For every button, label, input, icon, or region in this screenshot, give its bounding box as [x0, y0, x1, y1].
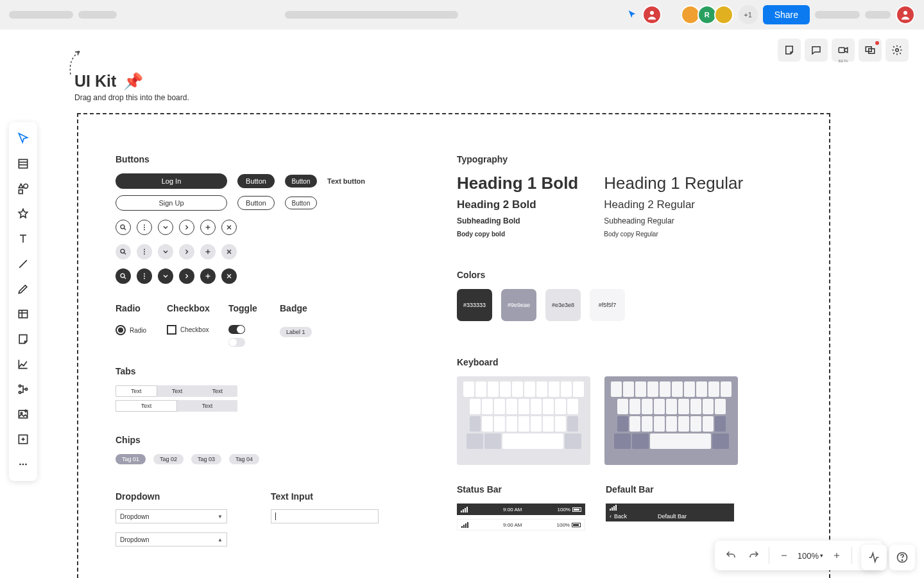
chevron-down-icon[interactable] [158, 220, 173, 235]
signal-icon [461, 522, 468, 528]
toggle-off[interactable] [228, 338, 245, 347]
close-icon[interactable] [221, 244, 237, 259]
pen-tool-icon[interactable] [12, 277, 35, 301]
button-dark-sm[interactable]: Button [285, 175, 317, 188]
zoom-in-icon[interactable] [827, 546, 846, 565]
table-tool-icon[interactable] [12, 302, 35, 326]
toggle-on[interactable] [228, 325, 245, 334]
chevron-right-icon[interactable] [179, 244, 194, 259]
placeholder [815, 11, 860, 19]
login-button[interactable]: Log In [116, 173, 227, 189]
help-icon[interactable] [889, 545, 915, 570]
status-time: 9:00 AM [503, 507, 522, 512]
video-icon[interactable]: BETA [832, 39, 855, 62]
connector-tool-icon[interactable] [12, 378, 35, 401]
share-button[interactable]: Share [763, 5, 810, 24]
template-tool-icon[interactable] [12, 152, 35, 175]
search-icon[interactable] [116, 268, 131, 284]
chip[interactable]: Tag 01 [116, 454, 146, 464]
present-icon[interactable] [859, 39, 882, 62]
close-icon[interactable] [221, 268, 237, 284]
line-tool-icon[interactable] [12, 252, 35, 276]
subheading-bold: Subheading Bold [457, 216, 578, 225]
tab[interactable]: Text [116, 400, 177, 412]
svg-point-43 [144, 254, 145, 255]
button-outline-sm[interactable]: Button [285, 197, 317, 209]
text-input[interactable] [271, 509, 379, 523]
settings-icon[interactable] [886, 39, 909, 62]
avatar-overflow[interactable]: +1 [739, 5, 758, 24]
redo-icon[interactable] [744, 546, 764, 565]
activity-icon[interactable] [861, 545, 887, 570]
placeholder [865, 11, 891, 19]
avatar[interactable] [642, 5, 662, 24]
svg-point-30 [121, 225, 124, 229]
radio-control[interactable]: Radio [116, 325, 167, 335]
comment-icon[interactable] [805, 39, 828, 62]
search-icon[interactable] [116, 244, 131, 259]
dropdown-closed[interactable]: Dropdown▼ [116, 509, 227, 523]
chip[interactable]: Tag 03 [191, 454, 221, 464]
top-bar: R +1 Share [0, 0, 924, 30]
note-icon[interactable] [778, 39, 801, 62]
color-swatch: #e3e3e8 [545, 289, 581, 321]
sticky-tool-icon[interactable] [12, 328, 35, 351]
chip[interactable]: Tag 02 [153, 454, 184, 464]
color-swatch: #9e9eae [501, 289, 536, 321]
star-tool-icon[interactable] [12, 202, 35, 225]
cursor-icon [627, 10, 637, 20]
chart-tool-icon[interactable] [12, 353, 35, 376]
more-vert-icon[interactable] [137, 220, 152, 235]
select-tool-icon[interactable] [12, 127, 35, 150]
section-title-checkbox: Checkbox [167, 303, 228, 313]
zoom-value[interactable]: 100% ▾ [798, 551, 823, 561]
h2-bold: Heading 2 Bold [457, 198, 578, 211]
plus-icon[interactable] [200, 268, 216, 284]
text-tool-icon[interactable] [12, 227, 35, 250]
tab[interactable]: Text [157, 385, 198, 397]
svg-point-41 [144, 249, 145, 250]
text-button[interactable]: Text button [327, 177, 365, 185]
plus-icon[interactable] [200, 220, 216, 235]
shapes-tool-icon[interactable] [12, 177, 35, 200]
frame-tool-icon[interactable] [12, 428, 35, 451]
section-title-dropdown: Dropdown [116, 491, 227, 502]
chevron-down-icon[interactable] [158, 244, 173, 259]
signup-button[interactable]: Sign Up [116, 195, 227, 211]
more-tool-icon[interactable] [12, 453, 35, 476]
checkbox-control[interactable]: Checkbox [167, 325, 228, 335]
more-vert-icon[interactable] [137, 268, 152, 284]
section-title-colors: Colors [457, 270, 816, 280]
section-title-buttons: Buttons [116, 154, 436, 164]
zoom-out-icon[interactable] [774, 546, 794, 565]
svg-point-32 [144, 225, 145, 226]
search-icon[interactable] [116, 220, 131, 235]
tab[interactable]: Text [197, 385, 237, 397]
back-label[interactable]: Back [614, 513, 627, 520]
chevron-left-icon[interactable]: ‹ [610, 513, 612, 520]
image-tool-icon[interactable] [12, 403, 35, 426]
tab[interactable]: Text [116, 385, 157, 397]
tab[interactable]: Text [177, 400, 237, 412]
button-outline-md[interactable]: Button [237, 196, 275, 210]
close-icon[interactable] [221, 220, 237, 235]
more-vert-icon[interactable] [137, 244, 152, 259]
chevron-right-icon[interactable] [179, 268, 194, 284]
chevron-right-icon[interactable] [179, 220, 194, 235]
button-dark-md[interactable]: Button [237, 174, 275, 188]
undo-icon[interactable] [721, 546, 740, 565]
bottom-toolbar: 100% ▾ [715, 541, 883, 570]
svg-line-31 [124, 229, 126, 231]
chip[interactable]: Tag 04 [229, 454, 259, 464]
svg-rect-2 [839, 48, 844, 53]
page-subtitle: Drag and drop this into the board. [74, 93, 189, 102]
dropdown-open[interactable]: Dropdown▲ [116, 532, 227, 547]
svg-rect-14 [19, 310, 27, 318]
svg-point-63 [902, 560, 902, 561]
avatar[interactable] [714, 5, 733, 24]
avatar-self[interactable] [896, 5, 915, 24]
plus-icon[interactable] [200, 244, 216, 259]
section-title-default-bar: Default Bar [606, 484, 740, 495]
chevron-down-icon[interactable] [158, 268, 173, 284]
placeholder [9, 11, 73, 19]
